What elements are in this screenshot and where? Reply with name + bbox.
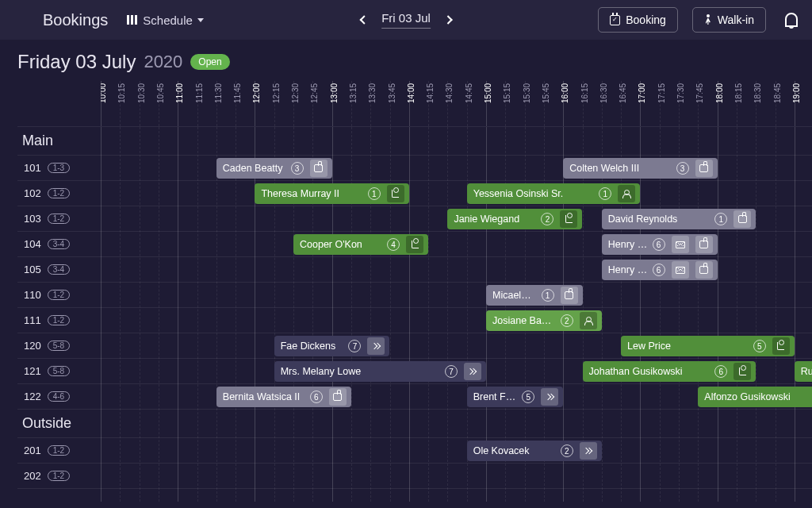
booking[interactable]: David Reynolds1 [602, 209, 756, 229]
party-size-badge: 3 [291, 162, 304, 175]
resource-row: 2011-2Ole Kovacek2 [17, 438, 812, 464]
row-header[interactable]: 1053-4 [17, 257, 101, 282]
row-timeline[interactable]: Micaela Klein1 [101, 283, 812, 307]
booking-action[interactable] [733, 363, 751, 380]
booking[interactable]: Josiane Bahringer2 [486, 310, 602, 331]
booking-name: David Reynolds [608, 214, 710, 225]
time-label: 18:30 [753, 83, 762, 103]
seat-icon [565, 215, 573, 223]
booking[interactable]: Colten Welch III3 [563, 158, 717, 179]
row-timeline[interactable]: Josiane Bahringer2 [101, 308, 812, 333]
mail-icon [676, 267, 685, 274]
booking[interactable]: Lew Price5 [621, 336, 795, 356]
row-timeline[interactable]: Theresa Murray II1Yessenia Osinski Sr.1 [101, 181, 812, 206]
booking-name: Theresa Murray II [261, 188, 362, 199]
notifications-button[interactable] [785, 13, 798, 27]
booking-action[interactable] [580, 442, 597, 460]
time-label: 10:15 [117, 83, 126, 103]
row-timeline[interactable]: Fae Dickens7Lew Price5 [101, 333, 812, 358]
section-header: Main [17, 127, 812, 156]
row-header[interactable]: 1224-6 [17, 384, 101, 409]
brand-title: Bookings [43, 11, 108, 29]
bell-icon [785, 13, 798, 27]
view-selector[interactable]: Schedule [127, 13, 204, 27]
table-id: 110 [24, 289, 41, 301]
time-label: 11:00 [175, 83, 184, 103]
time-label: 10:00 [101, 83, 107, 103]
booking-action[interactable] [561, 287, 578, 304]
booking-action[interactable] [310, 160, 327, 177]
row-timeline[interactable]: Ole Kovacek2 [101, 438, 812, 463]
row-timeline[interactable] [101, 464, 812, 488]
booking[interactable]: Caden Beatty3 [216, 158, 332, 179]
booking-action[interactable] [560, 210, 577, 228]
booking[interactable]: Theresa Murray II1 [255, 183, 408, 204]
booking[interactable]: Mrs. Melany Lowe7 [274, 361, 486, 382]
booking[interactable]: Yessenia Osinski Sr.1 [467, 183, 641, 204]
booking-action[interactable] [406, 236, 423, 253]
booking[interactable]: Alfonzo Gusikowski [698, 387, 812, 407]
booking-action[interactable] [387, 185, 404, 202]
resource-row: 1053-4Henry Koss6 [17, 257, 812, 283]
prev-day-button[interactable] [359, 15, 368, 24]
table-id: 122 [24, 391, 41, 402]
booking-action[interactable] [672, 236, 689, 253]
resource-row: 1101-2Micaela Klein1 [17, 283, 812, 308]
booking[interactable]: Micaela Klein1 [486, 285, 583, 306]
time-label: 17:15 [657, 83, 666, 103]
row-timeline[interactable]: Henry Koss6 [101, 257, 812, 282]
row-timeline[interactable]: Bernita Watsica II6Brent Feest5Alfonzo G… [101, 384, 812, 409]
walk-in-button[interactable]: Walk-in [692, 7, 766, 33]
table-id: 201 [24, 444, 41, 456]
next-day-button[interactable] [443, 15, 452, 24]
booking-action[interactable] [464, 363, 481, 380]
row-header[interactable]: 1101-2 [17, 283, 101, 307]
dbl-icon [468, 368, 477, 375]
row-header[interactable]: 1043-4 [17, 232, 101, 256]
booking[interactable]: Henry Koss6 [602, 234, 718, 255]
booking[interactable]: Ole Kovacek2 [467, 441, 602, 461]
row-header[interactable]: 1111-2 [17, 308, 101, 333]
row-timeline[interactable]: Janie Wiegand2David Reynolds1 [101, 206, 812, 231]
booking[interactable]: Ruth He [795, 361, 812, 382]
row-header[interactable]: 1011-3 [17, 156, 101, 180]
booking-action[interactable] [580, 312, 597, 329]
table-id: 105 [24, 264, 41, 275]
booking[interactable]: Bernita Watsica II6 [216, 387, 351, 407]
booking-action[interactable] [695, 236, 713, 253]
capacity-badge: 1-2 [48, 315, 70, 325]
booking[interactable]: Janie Wiegand2 [447, 209, 582, 229]
row-header[interactable]: 2011-2 [17, 438, 101, 463]
booking-action[interactable] [367, 337, 385, 355]
booking-action[interactable] [695, 261, 713, 279]
new-booking-button[interactable]: Booking [598, 7, 678, 33]
booking-action[interactable] [329, 388, 347, 406]
party-size-badge: 6 [653, 264, 665, 276]
booking-name: Johathan Gusikowski [589, 366, 710, 377]
booking[interactable]: Brent Feest5 [467, 387, 564, 407]
row-header[interactable]: 1021-2 [17, 181, 101, 206]
booking[interactable]: Henry Koss6 [602, 260, 718, 280]
table-id: 111 [24, 314, 41, 326]
booking[interactable]: Cooper O'Kon4 [293, 234, 428, 255]
booking[interactable]: Fae Dickens7 [274, 336, 390, 356]
booking-action[interactable] [772, 337, 790, 355]
booking[interactable]: Johathan Gusikowski6 [583, 361, 756, 382]
row-timeline[interactable]: Caden Beatty3Colten Welch III3 [101, 156, 812, 180]
row-header[interactable]: 2021-2 [17, 464, 101, 488]
current-date[interactable]: Fri 03 Jul [381, 11, 431, 29]
time-label: 14:30 [445, 83, 454, 103]
booking-action[interactable] [733, 210, 751, 228]
row-header[interactable]: 1205-8 [17, 333, 101, 358]
row-header[interactable]: 1031-2 [17, 206, 101, 231]
booking-action[interactable] [618, 185, 635, 202]
row-timeline[interactable]: Mrs. Melany Lowe7Johathan Gusikowski6Rut… [101, 359, 812, 383]
person-icon [585, 317, 592, 325]
booking-action[interactable] [541, 388, 558, 406]
row-timeline[interactable]: Cooper O'Kon4Henry Koss6 [101, 232, 812, 256]
booking-action[interactable] [695, 160, 713, 177]
party-size-badge: 5 [522, 391, 534, 403]
menu-icon[interactable] [14, 14, 29, 25]
booking-action[interactable] [672, 261, 689, 279]
row-header[interactable]: 1215-8 [17, 359, 101, 383]
